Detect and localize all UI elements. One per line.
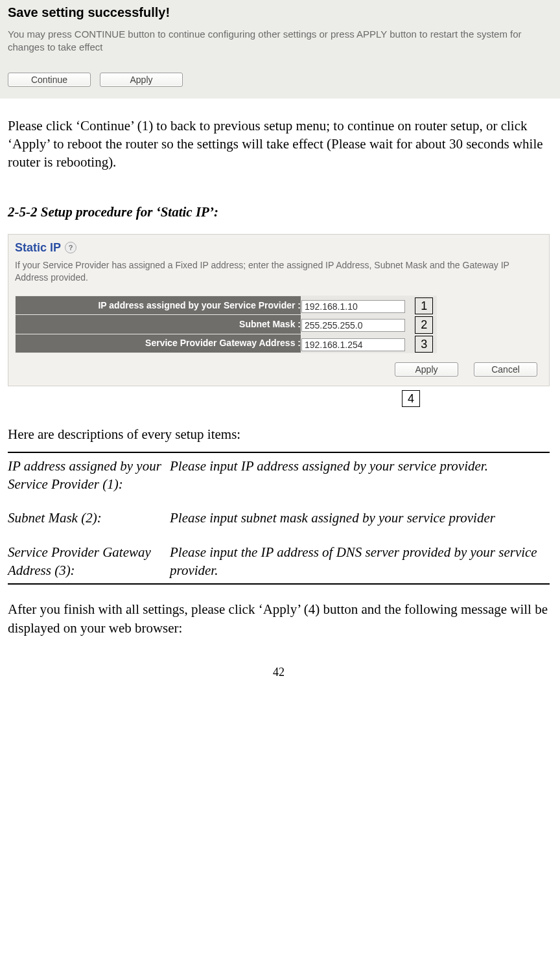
after-paragraph: After you finish with all settings, plea… — [8, 600, 550, 637]
static-ip-panel: Static IP ? If your Service Provider has… — [8, 234, 550, 386]
desc-text-2: Please input subnet mask assigned by you… — [170, 497, 550, 531]
dialog-button-row: Continue Apply — [8, 73, 554, 87]
panel-apply-button[interactable]: Apply — [395, 362, 458, 377]
desc-text-1: Please input IP address assigned by your… — [170, 452, 550, 498]
panel-title-row: Static IP ? — [15, 240, 542, 255]
panel-title: Static IP — [15, 240, 61, 255]
dialog-title: Save setting successfully! — [8, 4, 554, 21]
subnet-mask-cell: 2 — [301, 315, 437, 334]
page-number: 42 — [8, 664, 550, 680]
callout-badge-4: 4 — [402, 390, 420, 407]
desc-label-2: Subnet Mask (2): — [8, 497, 170, 531]
ip-address-label: IP address assigned by your Service Prov… — [16, 296, 301, 314]
descriptions-table: IP address assigned by your Service Prov… — [8, 452, 550, 585]
panel-cancel-button[interactable]: Cancel — [474, 362, 537, 377]
table-row: IP address assigned by your Service Prov… — [8, 452, 550, 498]
callout-badge-1: 1 — [415, 297, 433, 314]
gateway-input[interactable] — [301, 338, 405, 351]
desc-text-3: Please input the IP address of DNS serve… — [170, 531, 550, 585]
panel-description: If your Service Provider has assigned a … — [15, 259, 542, 284]
gateway-label: Service Provider Gateway Address : — [16, 334, 301, 353]
dialog-body: You may press CONTINUE button to continu… — [8, 28, 554, 54]
paragraph-continue-apply: Please click ‘Continue’ (1) to back to p… — [8, 117, 550, 172]
gateway-cell: 3 — [301, 334, 437, 353]
table-row: Subnet Mask (2): Please input subnet mas… — [8, 497, 550, 531]
table-row: Service Provider Gateway Address (3): Pl… — [8, 531, 550, 585]
callout-badge-2: 2 — [415, 316, 433, 333]
table-row: Subnet Mask : 2 — [16, 315, 437, 334]
desc-label-1: IP address assigned by your Service Prov… — [8, 452, 170, 498]
ip-address-input[interactable] — [301, 300, 405, 313]
desc-label-3: Service Provider Gateway Address (3): — [8, 531, 170, 585]
help-icon[interactable]: ? — [65, 242, 76, 253]
ip-address-cell: 1 — [301, 296, 437, 314]
table-row: IP address assigned by your Service Prov… — [16, 296, 437, 314]
save-dialog: Save setting successfully! You may press… — [0, 0, 560, 99]
table-row: Service Provider Gateway Address : 3 — [16, 334, 437, 353]
subnet-mask-label: Subnet Mask : — [16, 315, 301, 334]
static-ip-form: IP address assigned by your Service Prov… — [15, 296, 437, 353]
descriptions-intro: Here are descriptions of every setup ite… — [8, 425, 550, 443]
section-heading: 2-5-2 Setup procedure for ‘Static IP’: — [8, 203, 550, 221]
apply-button[interactable]: Apply — [100, 73, 183, 87]
callout-badge-3: 3 — [415, 336, 433, 353]
continue-button[interactable]: Continue — [8, 73, 91, 87]
panel-button-row: Apply Cancel — [15, 362, 542, 377]
subnet-mask-input[interactable] — [301, 319, 405, 332]
callout-4-row: 4 — [8, 389, 550, 407]
